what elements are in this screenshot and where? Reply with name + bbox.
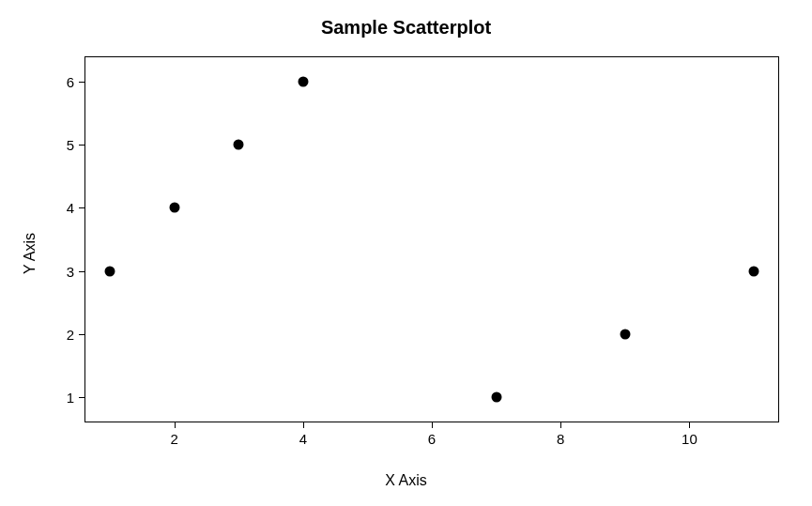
y-tick: [79, 145, 85, 146]
data-point: [620, 329, 630, 339]
y-tick: [79, 207, 85, 208]
x-tick-label: 8: [557, 431, 564, 447]
data-point: [749, 266, 759, 276]
x-tick: [432, 422, 433, 428]
x-tick-label: 2: [170, 431, 177, 447]
y-tick-label: 2: [67, 326, 74, 342]
x-tick: [689, 422, 690, 428]
data-point: [298, 77, 308, 87]
y-tick: [79, 334, 85, 335]
x-tick: [175, 422, 176, 428]
data-point: [491, 392, 501, 403]
chart-title: Sample Scatterplot: [0, 17, 812, 38]
data-point: [169, 203, 179, 213]
y-tick-label: 4: [67, 200, 74, 216]
data-point: [234, 140, 244, 150]
y-tick: [79, 82, 85, 83]
x-tick-label: 6: [428, 431, 436, 447]
x-tick: [560, 422, 561, 428]
x-tick-label: 10: [682, 431, 697, 447]
plot-area: 246810123456: [84, 56, 779, 422]
y-tick-label: 1: [67, 390, 74, 406]
y-axis-label: Y Axis: [22, 232, 38, 273]
data-point: [105, 266, 115, 276]
x-axis-label: X Axis: [0, 472, 812, 489]
y-tick-label: 6: [67, 74, 74, 90]
x-tick-label: 4: [299, 431, 307, 447]
x-tick: [303, 422, 304, 428]
y-tick: [79, 271, 85, 272]
y-tick-label: 3: [67, 263, 74, 279]
scatterplot-chart: Sample Scatterplot Y Axis X Axis 2468101…: [0, 0, 812, 506]
y-tick: [79, 397, 85, 398]
y-tick-label: 5: [67, 137, 74, 153]
